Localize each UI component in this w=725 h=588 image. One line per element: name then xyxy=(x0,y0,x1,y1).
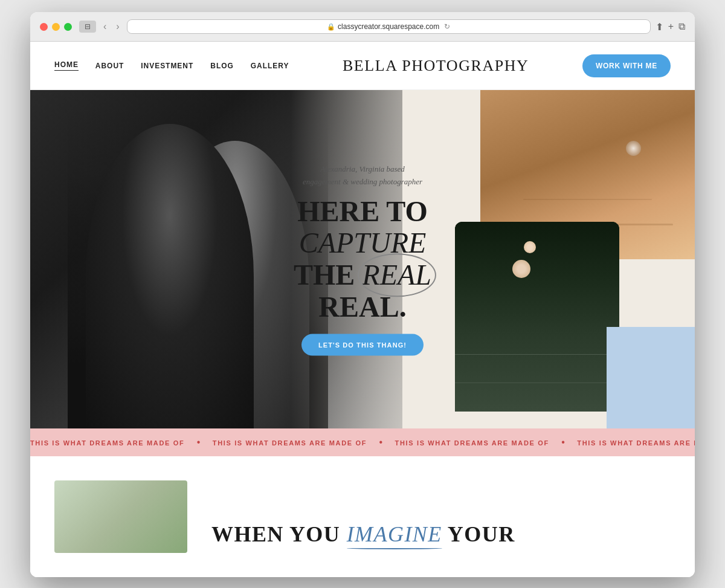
nav-links: HOME ABOUT INVESTMENT BLOG GALLERY xyxy=(54,60,289,71)
photo-blue-block xyxy=(607,327,695,428)
marquee-content: THIS IS WHAT DREAMS ARE MADE OF • THIS I… xyxy=(30,437,695,448)
lock-icon: 🔒 xyxy=(327,23,335,31)
photo-table xyxy=(455,222,619,412)
marquee-dot-3: • xyxy=(561,437,565,447)
minimize-button[interactable] xyxy=(52,23,60,31)
browser-window: ⊟ ‹ › 🔒 classycreator.squarespace.com ↻ … xyxy=(30,12,695,577)
forward-button[interactable]: › xyxy=(114,20,121,33)
nav-home[interactable]: HOME xyxy=(54,60,79,71)
back-button[interactable]: ‹ xyxy=(101,20,109,33)
traffic-lights xyxy=(40,23,72,31)
new-tab-icon[interactable]: + xyxy=(668,21,674,33)
close-button[interactable] xyxy=(40,23,48,31)
fullscreen-button[interactable] xyxy=(64,23,72,31)
nav-gallery[interactable]: GALLERY xyxy=(251,62,289,70)
site-title: BELLA PHOTOGRAPHY xyxy=(343,57,529,75)
ring-highlight xyxy=(626,141,641,156)
reload-icon[interactable]: ↻ xyxy=(444,22,450,31)
hero-tagline: Alexandria, Virginia based engagement & … xyxy=(260,163,465,189)
below-fold-heading: WHEN YOU imagine YOUR xyxy=(211,522,515,547)
below-fold-image xyxy=(54,480,187,553)
nav-about[interactable]: ABOUT xyxy=(95,62,124,70)
hero-headline: HERE TO capture THE real REAL. xyxy=(260,195,465,323)
site-navigation: HOME ABOUT INVESTMENT BLOG GALLERY BELLA… xyxy=(30,42,695,90)
address-bar[interactable]: 🔒 classycreator.squarespace.com ↻ xyxy=(127,19,651,34)
hero-section: Alexandria, Virginia based engagement & … xyxy=(30,90,695,428)
browser-toolbar: ⊟ ‹ › 🔒 classycreator.squarespace.com ↻ … xyxy=(79,19,685,34)
below-fold-section: WHEN YOU imagine YOUR xyxy=(30,456,695,577)
circle-word: real xyxy=(362,259,431,291)
table-visual xyxy=(455,222,619,412)
flower-decoration-2 xyxy=(524,241,536,253)
marquee-banner: THIS IS WHAT DREAMS ARE MADE OF • THIS I… xyxy=(30,428,695,456)
work-with-me-button[interactable]: WORK WITH ME xyxy=(582,54,671,77)
hero-collage xyxy=(442,90,695,428)
sidebar-toggle[interactable]: ⊟ xyxy=(79,21,96,33)
flower-decoration-1 xyxy=(512,260,530,278)
imagine-text: imagine xyxy=(347,522,442,547)
marquee-dot-1: • xyxy=(197,437,201,447)
share-icon[interactable]: ⬆ xyxy=(656,21,663,33)
hero-cta-button[interactable]: LET'S DO THIS THANG! xyxy=(301,334,424,355)
browser-chrome: ⊟ ‹ › 🔒 classycreator.squarespace.com ↻ … xyxy=(30,12,695,42)
marquee-text-2: THIS IS WHAT DREAMS ARE MADE OF xyxy=(213,439,367,447)
browser-actions: ⬆ + ⧉ xyxy=(656,21,685,33)
url-text: classycreator.squarespace.com xyxy=(338,22,439,31)
marquee-text-4: THIS IS WHAT DREAMS ARE MADE OF xyxy=(577,439,695,447)
below-fold-text: WHEN YOU imagine YOUR xyxy=(211,480,515,553)
windows-icon[interactable]: ⧉ xyxy=(678,21,685,33)
website-content: HOME ABOUT INVESTMENT BLOG GALLERY BELLA… xyxy=(30,42,695,577)
nav-investment[interactable]: INVESTMENT xyxy=(141,62,193,70)
marquee-text-3: THIS IS WHAT DREAMS ARE MADE OF xyxy=(395,439,549,447)
marquee-dot-2: • xyxy=(379,437,383,447)
marquee-text-1: THIS IS WHAT DREAMS ARE MADE OF xyxy=(30,439,184,447)
nav-blog[interactable]: BLOG xyxy=(210,62,234,70)
hero-text-block: Alexandria, Virginia based engagement & … xyxy=(260,163,465,356)
